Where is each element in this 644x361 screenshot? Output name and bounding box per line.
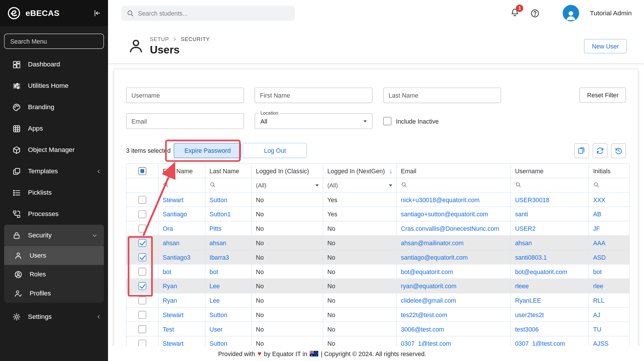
cell-email[interactable]: santiago+sutton@equatorit.com (397, 207, 511, 221)
row-checkbox[interactable] (138, 296, 146, 304)
cell-first-name[interactable]: Stewart (158, 336, 205, 346)
sidebar-item-apps[interactable]: Apps (0, 118, 108, 139)
filter-logged-in-nextgen[interactable]: (All) (323, 178, 397, 193)
reset-filter-button[interactable]: Reset Filter (580, 88, 626, 103)
cell-first-name[interactable]: ahsan (158, 236, 205, 250)
sidebar-item-dashboard[interactable]: Dashboard (0, 54, 108, 75)
cell-initials[interactable]: JF (589, 221, 630, 236)
cell-email[interactable]: nick+u30018@equatorit.com (397, 192, 511, 207)
username-filter-input[interactable] (126, 88, 244, 103)
sidebar-item-picklists[interactable]: Picklists (0, 182, 108, 203)
cell-first-name[interactable]: Ora (158, 221, 205, 236)
cell-last-name[interactable]: Sutton (205, 336, 252, 346)
filter-initials[interactable] (589, 178, 630, 193)
breadcrumb-security[interactable]: SECURITY (181, 36, 210, 42)
cell-last-name[interactable]: Ibarra3 (205, 250, 252, 264)
cell-last-name[interactable]: User (205, 322, 252, 336)
export-button[interactable] (574, 143, 589, 158)
filter-username[interactable] (511, 178, 589, 193)
sidebar-item-settings[interactable]: Settings (0, 306, 108, 327)
sidebar-item-users[interactable]: Users (4, 246, 104, 265)
new-user-button[interactable]: New User (584, 39, 627, 53)
cell-initials[interactable]: bot (589, 264, 630, 279)
cell-initials[interactable]: ASD (589, 250, 630, 264)
cell-email[interactable]: bot@equatorit.com (397, 264, 511, 279)
row-checkbox[interactable] (138, 282, 146, 290)
column-header-first-name[interactable]: First Name (158, 164, 205, 178)
expire-password-button[interactable]: Expire Password (174, 143, 241, 158)
row-checkbox[interactable] (138, 268, 146, 276)
cell-last-name[interactable]: ahsan (205, 236, 252, 250)
row-checkbox[interactable] (138, 340, 146, 346)
cell-email[interactable]: clidelee@gmail.com (397, 293, 511, 308)
cell-first-name[interactable]: Stewart (158, 192, 205, 207)
avatar[interactable] (563, 5, 579, 21)
cell-last-name[interactable]: Sutton (205, 308, 252, 322)
refresh-button[interactable] (593, 143, 607, 158)
cell-username[interactable]: RyanLEE (511, 293, 589, 308)
cell-last-name[interactable]: Sutton1 (205, 207, 252, 221)
student-search[interactable] (121, 5, 295, 21)
notifications-button[interactable]: 1 (510, 8, 520, 18)
cell-email[interactable]: ryan@equatorit.com (397, 279, 511, 293)
cell-initials[interactable]: AJ (589, 308, 630, 322)
cell-email[interactable]: ahsan@mailinator.com (397, 236, 511, 250)
cell-first-name[interactable]: bot (158, 264, 205, 279)
sidebar-item-security[interactable]: Security (4, 225, 104, 246)
filter-email[interactable] (397, 178, 511, 193)
cell-initials[interactable]: rlee (589, 279, 630, 293)
sidebar-item-profiles[interactable]: Profiles (4, 284, 104, 303)
cell-initials[interactable]: TU (589, 322, 630, 336)
cell-username[interactable]: user2tes2t (511, 308, 589, 322)
logout-button[interactable]: Log Out (243, 143, 307, 158)
breadcrumb-setup[interactable]: SETUP (150, 36, 169, 42)
cell-last-name[interactable]: Sutton (205, 192, 252, 207)
cell-username[interactable]: bot@equatorit.com (511, 264, 589, 279)
include-inactive-checkbox[interactable] (383, 117, 391, 125)
select-all-checkbox[interactable] (138, 167, 146, 175)
cell-last-name[interactable]: Lee (205, 279, 252, 293)
cell-first-name[interactable]: Ryan (158, 293, 205, 308)
cell-username[interactable]: test3006 (511, 322, 589, 336)
cell-initials[interactable]: XXX (589, 192, 630, 207)
sidebar-item-object-manager[interactable]: Object Manager (0, 139, 108, 161)
location-select[interactable]: Location All (255, 113, 373, 129)
sidebar-item-roles[interactable]: Roles (4, 265, 104, 284)
sidebar-item-processes[interactable]: Processes (0, 203, 108, 225)
last-name-filter-input[interactable] (383, 88, 501, 103)
cell-username[interactable]: USER30018 (511, 192, 589, 207)
cell-username[interactable]: rleee (511, 279, 589, 293)
cell-first-name[interactable]: Santiago3 (158, 250, 205, 264)
cell-last-name[interactable]: Lee (205, 293, 252, 308)
row-checkbox[interactable] (138, 196, 146, 204)
cell-username[interactable]: ahsan (511, 236, 589, 250)
row-checkbox[interactable] (138, 225, 146, 232)
row-checkbox[interactable] (138, 325, 146, 333)
cell-first-name[interactable]: Santiago (158, 207, 205, 221)
first-name-filter-input[interactable] (255, 88, 373, 103)
cell-username[interactable]: 0307_1@test.com (511, 336, 589, 346)
column-header-email[interactable]: Email (397, 164, 511, 178)
column-header-logged-in-classic[interactable]: Logged In (Classic) (252, 164, 323, 178)
student-search-input[interactable] (138, 10, 290, 16)
cell-username[interactable]: USER2 (511, 221, 589, 236)
cell-initials[interactable]: AAA (589, 236, 630, 250)
sidebar-item-branding[interactable]: Branding (0, 96, 108, 118)
cell-first-name[interactable]: Test (158, 322, 205, 336)
cell-first-name[interactable]: Stewart (158, 308, 205, 322)
row-checkbox[interactable] (138, 239, 146, 247)
collapse-sidebar-icon[interactable] (93, 9, 101, 17)
filter-logged-in-classic[interactable]: (All) (252, 178, 323, 193)
filter-first-name[interactable] (158, 178, 205, 193)
row-checkbox[interactable] (138, 253, 146, 261)
email-filter-input[interactable] (126, 113, 244, 129)
row-checkbox[interactable] (138, 210, 146, 218)
sidebar-search-input[interactable] (4, 34, 104, 49)
sidebar-item-utilities-home[interactable]: Utilities Home (0, 75, 108, 96)
filter-last-name[interactable] (205, 178, 252, 193)
cell-username[interactable]: santi (511, 207, 589, 221)
cell-email[interactable]: 3006@test.com (397, 322, 511, 336)
cell-email[interactable]: 0307_1@test.com (397, 336, 511, 346)
column-header-last-name[interactable]: Last Name (205, 164, 252, 178)
column-header-username[interactable]: Username (511, 164, 589, 178)
